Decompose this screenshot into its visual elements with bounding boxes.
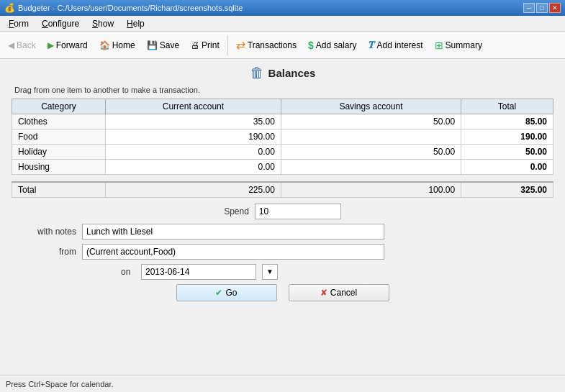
close-button[interactable]: ✕ xyxy=(549,3,561,13)
add-salary-button[interactable]: $ Add salary xyxy=(303,37,362,54)
minimize-button[interactable]: ─ xyxy=(523,3,535,13)
spend-input[interactable] xyxy=(255,204,341,219)
col-category: Category xyxy=(12,99,106,114)
total-current: 225.00 xyxy=(106,182,281,198)
row-current: 0.00 xyxy=(106,160,281,175)
title-bar: 💰 Budgeter - C:/Users/user/Documents/Ric… xyxy=(0,0,565,16)
notes-label: with notes xyxy=(12,227,76,237)
table-row[interactable]: Food 190.00 190.00 xyxy=(12,129,553,145)
spend-label: Spend xyxy=(224,206,249,216)
print-button[interactable]: 🖨 Print xyxy=(186,37,225,53)
home-icon: 🏠 xyxy=(99,40,110,50)
back-button[interactable]: ◀ Back xyxy=(3,37,41,53)
row-total: 85.00 xyxy=(461,114,553,129)
print-icon: 🖨 xyxy=(191,40,199,50)
col-total: Total xyxy=(461,99,553,114)
interest-icon: 𝑻 xyxy=(369,39,375,51)
back-icon: ◀ xyxy=(8,40,14,50)
summary-icon: ⊞ xyxy=(435,40,443,51)
app-icon: 💰 xyxy=(4,3,15,13)
home-button[interactable]: 🏠 Home xyxy=(94,37,140,53)
menu-bar: Form Configure Show Help xyxy=(0,16,565,32)
row-current: 35.00 xyxy=(106,114,281,129)
window-title: Budgeter - C:/Users/user/Documents/Richa… xyxy=(18,4,243,12)
total-total: 325.00 xyxy=(461,182,553,198)
status-bar: Press Ctrl+Space for calendar. xyxy=(0,375,565,392)
date-dropdown-button[interactable]: ▼ xyxy=(262,264,278,280)
row-total: 190.00 xyxy=(461,129,553,145)
transactions-icon: ⇄ xyxy=(236,38,245,52)
form-section: Spend with notes from on ▼ ✔ Go ✘ xyxy=(12,204,553,301)
main-content: 🗑 Balances Drag from one item to another… xyxy=(0,59,565,375)
balances-title: Balances xyxy=(268,67,316,79)
go-button[interactable]: ✔ Go xyxy=(176,284,277,301)
summary-button[interactable]: ⊞ Summary xyxy=(430,37,487,54)
cancel-label: Cancel xyxy=(330,288,357,298)
col-current: Current account xyxy=(106,99,281,114)
notes-input[interactable] xyxy=(82,224,384,240)
total-savings: 100.00 xyxy=(281,182,461,198)
salary-icon: $ xyxy=(308,40,314,51)
table-row[interactable]: Clothes 35.00 50.00 85.00 xyxy=(12,114,553,129)
row-category: Holiday xyxy=(12,145,106,160)
status-text: Press Ctrl+Space for calendar. xyxy=(6,380,114,388)
table-row[interactable]: Housing 0.00 0.00 xyxy=(12,160,553,175)
row-savings xyxy=(281,160,461,175)
balance-table: Category Current account Savings account… xyxy=(12,99,553,198)
cancel-x-icon: ✘ xyxy=(320,288,327,298)
menu-help[interactable]: Help xyxy=(121,17,150,30)
save-icon: 💾 xyxy=(147,40,158,50)
toolbar-separator xyxy=(227,35,228,55)
row-total: 0.00 xyxy=(461,160,553,175)
notes-row: with notes xyxy=(12,224,553,240)
total-label: Total xyxy=(12,182,106,198)
table-row[interactable]: Holiday 0.00 50.00 50.00 xyxy=(12,145,553,160)
from-label: from xyxy=(12,247,76,257)
from-input[interactable] xyxy=(82,244,384,260)
row-category: Food xyxy=(12,129,106,145)
spend-row: Spend xyxy=(12,204,553,219)
window-controls: ─ □ ✕ xyxy=(523,3,561,13)
menu-show[interactable]: Show xyxy=(86,17,119,30)
menu-configure[interactable]: Configure xyxy=(36,17,85,30)
balances-icon: 🗑 xyxy=(250,65,264,81)
add-interest-button[interactable]: 𝑻 Add interest xyxy=(363,36,428,54)
row-category: Clothes xyxy=(12,114,106,129)
maximize-button[interactable]: □ xyxy=(536,3,548,13)
date-input[interactable] xyxy=(141,264,256,280)
go-checkmark-icon: ✔ xyxy=(215,288,222,298)
row-total: 50.00 xyxy=(461,145,553,160)
on-label: on xyxy=(121,267,135,277)
col-savings: Savings account xyxy=(281,99,461,114)
from-row: from xyxy=(12,244,553,260)
total-row: Total 225.00 100.00 325.00 xyxy=(12,182,553,198)
row-savings xyxy=(281,129,461,145)
save-button[interactable]: 💾 Save xyxy=(142,37,184,53)
forward-button[interactable]: ▶ Forward xyxy=(42,37,93,53)
row-current: 0.00 xyxy=(106,145,281,160)
row-category: Housing xyxy=(12,160,106,175)
go-label: Go xyxy=(225,288,237,298)
row-savings: 50.00 xyxy=(281,114,461,129)
forward-icon: ▶ xyxy=(48,40,54,50)
toolbar: ◀ Back ▶ Forward 🏠 Home 💾 Save 🖨 Print ⇄… xyxy=(0,32,565,59)
drag-hint: Drag from one item to another to make a … xyxy=(14,86,553,94)
row-savings: 50.00 xyxy=(281,145,461,160)
on-row: on ▼ xyxy=(12,264,553,280)
balances-header: 🗑 Balances xyxy=(12,65,553,81)
cancel-button[interactable]: ✘ Cancel xyxy=(289,284,389,301)
buttons-row: ✔ Go ✘ Cancel xyxy=(12,284,553,301)
menu-form[interactable]: Form xyxy=(3,17,35,30)
transactions-button[interactable]: ⇄ Transactions xyxy=(231,35,302,55)
row-current: 190.00 xyxy=(106,129,281,145)
